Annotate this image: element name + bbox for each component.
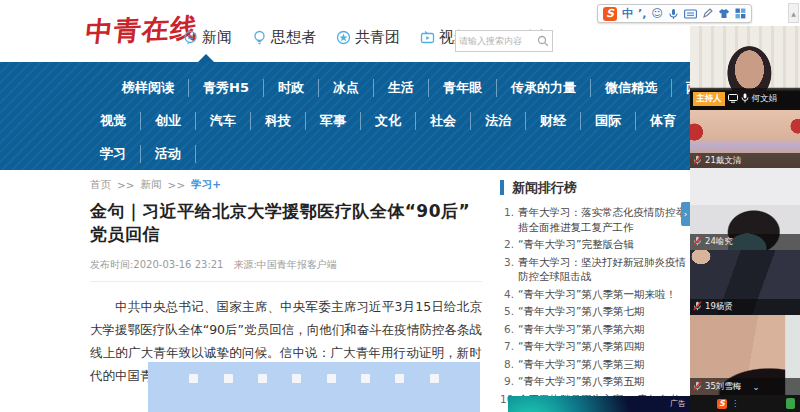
participant-video-5[interactable]: 35刘雪梅 ⌄ <box>690 315 800 395</box>
participant-video-host[interactable]: 主持人 何文娟 <box>690 26 800 110</box>
ranking-list: 1. 青年大学习：落实常态化疫情防控举措全面推进复工复产工作 2. “青年大学习… <box>500 205 688 406</box>
ranking-number: 3. <box>500 255 518 284</box>
navbar-link[interactable]: 学习 <box>86 145 141 163</box>
mic-muted-icon <box>693 155 702 167</box>
article-divider <box>90 281 482 282</box>
participant-name: 21戴文清 <box>705 155 741 167</box>
toolbox-grid-icon[interactable] <box>735 8 746 19</box>
ranking-number: 9. <box>500 374 518 389</box>
navbar-link[interactable]: 军事 <box>306 112 361 130</box>
top-nav-label: 思想者 <box>271 28 316 47</box>
ranking-item[interactable]: 9. “青年大学习”第八季第五期 <box>500 374 688 389</box>
handwriting-icon[interactable] <box>702 8 713 19</box>
keyboard-icon[interactable] <box>684 9 697 19</box>
sogou-mini-icon[interactable]: S <box>717 399 727 409</box>
navbar-row-3: 学习活动 <box>0 137 690 170</box>
ranking-item[interactable]: 4. “青年大学习”第八季第一期来啦！ <box>500 287 688 302</box>
navbar-row-2: 视觉创业汽车科技军事文化社会法治财经国际体育校园教育评论 <box>0 104 690 137</box>
ime-punctuation-toggle[interactable]: ’, <box>638 7 646 21</box>
navbar-link[interactable]: 社会 <box>416 112 471 130</box>
search-icon[interactable] <box>537 32 552 51</box>
chevron-down-icon[interactable]: ⌄ <box>752 382 760 392</box>
lightbulb-icon <box>252 30 267 45</box>
navbar-link[interactable]: 微信精选 <box>591 79 672 97</box>
scrollbar-up-arrow[interactable]: ▲ <box>788 3 799 23</box>
navbar-link[interactable]: 科技 <box>251 112 306 130</box>
top-nav-label: 共青团 <box>355 28 400 47</box>
article: 金句｜习近平给北京大学援鄂医疗队全体“90后”党员回信 发布时间:2020-03… <box>90 200 482 387</box>
ime-dots-icon: ⋮ <box>731 399 740 408</box>
site-header: 中青在线 新闻 思想者 共青团 视频 <box>0 0 690 62</box>
navbar-link[interactable]: 青秀H5 <box>189 79 264 97</box>
breadcrumb-news[interactable]: 新闻 <box>141 178 162 192</box>
participant-name: 19杨贤 <box>705 301 733 313</box>
ranking-item[interactable]: 7. “青年大学习”第八季第四期 <box>500 339 688 354</box>
breadcrumb-separator: >> <box>168 179 186 191</box>
ranking-link: “青年大学习”第八季第五期 <box>518 374 688 389</box>
ranking-number: 6. <box>500 322 518 337</box>
ranking-link: “青年大学习”第八季第四期 <box>518 339 688 354</box>
skin-shirt-icon[interactable] <box>718 8 730 19</box>
host-badge: 主持人 <box>693 92 725 106</box>
ranking-item[interactable]: 8. “青年大学习”第八季第三期 <box>500 357 688 372</box>
navbar-link[interactable]: 创业 <box>141 112 196 130</box>
navbar-link[interactable]: 榜样阅读 <box>108 79 189 97</box>
navbar-link[interactable]: 法治 <box>471 112 526 130</box>
navbar-link[interactable]: 体育 <box>636 112 691 130</box>
breadcrumb-home[interactable]: 首页 <box>90 178 111 192</box>
sogou-logo-icon[interactable]: S <box>603 7 617 21</box>
article-source: 来源:中国青年报客户端 <box>233 258 336 272</box>
ranking-link: “青年大学习”第八季第一期来啦！ <box>518 287 688 302</box>
navbar-link[interactable]: 生活 <box>374 79 429 97</box>
active-tab-pointer <box>198 54 214 62</box>
browser-window: 中青在线 新闻 思想者 共青团 视频 <box>0 0 690 412</box>
ranking-link: “青年大学习”第八季第三期 <box>518 357 688 372</box>
ranking-item[interactable]: 3. 青年大学习：坚决打好新冠肺炎疫情防控全球阻击战 <box>500 255 688 284</box>
ranking-number: 5. <box>500 304 518 319</box>
article-image <box>148 362 480 412</box>
top-nav-item-news[interactable]: 新闻 <box>183 28 232 47</box>
navbar-link[interactable]: 文化 <box>361 112 416 130</box>
ad-label: 广告 <box>670 398 686 409</box>
participant-video-3[interactable]: 24喻究 <box>690 168 800 250</box>
ranking-number: 4. <box>500 287 518 302</box>
ranking-item[interactable]: 2. “青年大学习”完整版合辑 <box>500 237 688 252</box>
navbar-link[interactable]: 汽车 <box>196 112 251 130</box>
ranking-item[interactable]: 6. “青年大学习”第八季第六期 <box>500 322 688 337</box>
participant-label: 主持人 何文娟 <box>690 88 800 110</box>
navbar-link[interactable]: 青年眼 <box>429 79 497 97</box>
participant-video-2[interactable]: 21戴文清 <box>690 110 800 168</box>
ranking-link: “青年大学习”第八季第六期 <box>518 322 688 337</box>
participant-video-4[interactable]: 19杨贤 <box>690 250 800 315</box>
navbar-link[interactable]: 视觉 <box>86 112 141 130</box>
breadcrumb: 首页 >> 新闻 >> 学习+ <box>90 178 221 192</box>
navbar-link[interactable]: 活动 <box>141 145 196 163</box>
breadcrumb-current[interactable]: 学习+ <box>191 178 221 192</box>
navbar-link[interactable]: 财经 <box>526 112 581 130</box>
mic-on-icon <box>741 93 749 105</box>
top-nav-label: 新闻 <box>202 28 232 47</box>
search-box <box>455 30 553 52</box>
navbar-link[interactable]: 冰点 <box>319 79 374 97</box>
microphone-icon[interactable] <box>668 8 679 20</box>
main-navbar: 榜样阅读青秀H5时政冰点生活青年眼传承的力量微信精选两会专题中青号 视觉创业汽车… <box>0 62 690 170</box>
search-input[interactable] <box>456 36 537 46</box>
ad-banner[interactable]: 广告 <box>508 396 690 412</box>
comment-icon <box>183 30 198 45</box>
panel-collapse-handle[interactable]: › <box>681 202 690 226</box>
star-circle-icon <box>336 30 351 45</box>
ranking-item[interactable]: 5. “青年大学习”第八季第七期 <box>500 304 688 319</box>
ime-lang-toggle[interactable]: 中 <box>622 7 633 21</box>
article-title: 金句｜习近平给北京大学援鄂医疗队全体“90后”党员回信 <box>90 200 482 246</box>
navbar-link[interactable]: 传承的力量 <box>497 79 591 97</box>
green-tray-icon[interactable] <box>786 398 795 409</box>
emoji-icon[interactable]: ☺ <box>651 7 662 21</box>
ranking-number: 1. <box>500 205 518 234</box>
ranking-item[interactable]: 1. 青年大学习：落实常态化疫情防控举措全面推进复工复产工作 <box>500 205 688 234</box>
navbar-link[interactable]: 时政 <box>264 79 319 97</box>
participant-name: 何文娟 <box>752 93 778 105</box>
navbar-link[interactable]: 国际 <box>581 112 636 130</box>
top-nav-item-league[interactable]: 共青团 <box>336 28 400 47</box>
breadcrumb-separator: >> <box>117 179 135 191</box>
top-nav-item-thinker[interactable]: 思想者 <box>252 28 316 47</box>
